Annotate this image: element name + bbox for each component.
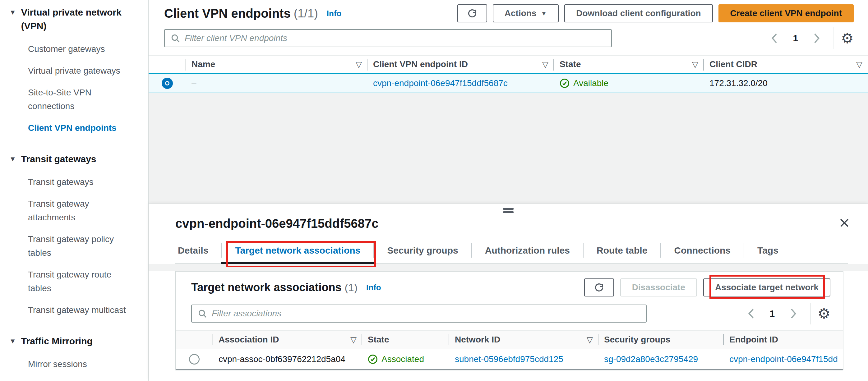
divider bbox=[810, 303, 811, 324]
sidebar-section-title: Transit gateways bbox=[21, 152, 130, 166]
refresh-associations-button[interactable] bbox=[584, 279, 614, 296]
triangle-down-icon: ▼ bbox=[9, 6, 16, 19]
sidebar-item-mirror-sessions[interactable]: Mirror sessions bbox=[28, 357, 131, 371]
sidebar-item-transit-gateway-attachments[interactable]: Transit gateway attachments bbox=[28, 197, 131, 224]
tab-target-network-associations[interactable]: Target network associations bbox=[222, 238, 373, 263]
tabs-band bbox=[149, 264, 868, 271]
network-id-link[interactable]: subnet-0596ebfd975cdd125 bbox=[455, 354, 563, 364]
cell-state: Available bbox=[554, 78, 704, 88]
sort-icon[interactable]: ▽ bbox=[856, 60, 862, 69]
association-table-row[interactable]: cvpn-assoc-0bf639762212d5a04 Associated … bbox=[176, 349, 843, 370]
refresh-icon bbox=[467, 8, 477, 19]
chevron-right-icon bbox=[812, 32, 822, 44]
refresh-button[interactable] bbox=[457, 4, 487, 22]
sort-icon[interactable]: ▽ bbox=[542, 60, 549, 69]
tab-security-groups[interactable]: Security groups bbox=[374, 238, 471, 263]
sort-icon[interactable]: ▽ bbox=[692, 60, 698, 69]
sidebar-section-transit-gateways: ▼ Transit gateways Transit gateways Tran… bbox=[9, 152, 137, 317]
header-cell-client-cidr[interactable]: Client CIDR ▽ bbox=[704, 56, 868, 73]
sidebar-item-virtual-private-gateways[interactable]: Virtual private gateways bbox=[28, 64, 131, 78]
triangle-down-icon: ▼ bbox=[9, 335, 16, 348]
caret-down-icon: ▼ bbox=[540, 10, 547, 17]
sort-icon[interactable]: ▽ bbox=[587, 335, 593, 345]
next-page-button[interactable] bbox=[807, 28, 827, 48]
page-number[interactable]: 1 bbox=[764, 308, 781, 319]
prev-page-button[interactable] bbox=[765, 28, 784, 48]
sidebar-section-title: Virtual private network (VPN) bbox=[21, 6, 130, 33]
sidebar-item-transit-gateway-route-tables[interactable]: Transit gateway route tables bbox=[28, 268, 131, 295]
empty-background bbox=[149, 93, 868, 203]
header-cell-state[interactable]: State ▽ bbox=[554, 56, 704, 73]
header-cell-state[interactable]: State bbox=[362, 331, 449, 349]
header-cell-network-id[interactable]: Network ID ▽ bbox=[449, 331, 598, 349]
tab-details[interactable]: Details bbox=[175, 238, 221, 263]
associate-target-network-button[interactable]: Associate target network bbox=[703, 279, 830, 296]
header-cell-select bbox=[149, 56, 186, 73]
check-circle-icon bbox=[560, 78, 569, 88]
associations-filter-input[interactable] bbox=[212, 309, 641, 319]
endpoint-detail-panel: cvpn-endpoint-06e947f15ddf5687c Details … bbox=[149, 203, 868, 381]
endpoint-id-link[interactable]: cvpn-endpoint-06e947f15dd bbox=[730, 354, 838, 364]
actions-button[interactable]: Actions ▼ bbox=[493, 4, 559, 22]
next-page-button[interactable] bbox=[783, 304, 803, 323]
sidebar-section-transit-header[interactable]: ▼ Transit gateways bbox=[9, 152, 137, 166]
sidebar-item-customer-gateways[interactable]: Customer gateways bbox=[28, 42, 131, 56]
sort-icon[interactable]: ▽ bbox=[355, 60, 362, 69]
sort-icon[interactable]: ▽ bbox=[350, 335, 356, 345]
create-client-vpn-endpoint-button[interactable]: Create client VPN endpoint bbox=[718, 4, 854, 22]
prev-page-button[interactable] bbox=[741, 304, 761, 323]
cell-association-id: cvpn-assoc-0bf639762212d5a04 bbox=[213, 354, 362, 364]
endpoints-table: Name ▽ Client VPN endpoint ID ▽ State ▽ … bbox=[149, 55, 868, 93]
card-title-count: (1) bbox=[344, 282, 358, 294]
target-network-associations-card: Target network associations (1) Info Dis… bbox=[175, 271, 843, 371]
endpoints-filter bbox=[164, 29, 612, 47]
header-cell-select bbox=[176, 331, 213, 349]
panel-title: cvpn-endpoint-06e947f15ddf5687c bbox=[175, 217, 379, 231]
info-link[interactable]: Info bbox=[327, 9, 342, 18]
endpoint-id-link[interactable]: cvpn-endpoint-06e947f15ddf5687c bbox=[373, 78, 508, 88]
sidebar-item-transit-gateway-multicast[interactable]: Transit gateway multicast bbox=[28, 303, 131, 317]
row-radio-unselected[interactable] bbox=[189, 354, 199, 364]
close-panel-button[interactable] bbox=[838, 217, 850, 229]
row-radio-selected[interactable] bbox=[162, 78, 173, 89]
settings-gear-icon[interactable]: ⚙ bbox=[841, 31, 854, 45]
endpoints-filter-input[interactable] bbox=[185, 33, 606, 43]
header-cell-security-groups[interactable]: Security groups bbox=[598, 331, 724, 349]
page-title-count: (1/1) bbox=[294, 7, 318, 20]
disassociate-button[interactable]: Disassociate bbox=[620, 279, 697, 296]
sidebar-nav: ▼ Virtual private network (VPN) Customer… bbox=[0, 0, 149, 381]
create-label: Create client VPN endpoint bbox=[730, 8, 842, 18]
header-cell-name[interactable]: Name ▽ bbox=[186, 56, 368, 73]
page-number[interactable]: 1 bbox=[787, 33, 804, 43]
header-cell-association-id[interactable]: Association ID ▽ bbox=[213, 331, 362, 349]
security-group-link[interactable]: sg-09d2a80e3c2795429 bbox=[604, 354, 698, 364]
search-icon bbox=[197, 309, 207, 319]
info-link[interactable]: Info bbox=[366, 283, 381, 292]
associations-table-header: Association ID ▽ State Network ID ▽ Secu… bbox=[176, 330, 843, 349]
sidebar-item-mirror-targets[interactable]: Mirror targets bbox=[28, 379, 131, 381]
tab-tags[interactable]: Tags bbox=[744, 238, 792, 263]
vpc-console-page: ▼ Virtual private network (VPN) Customer… bbox=[0, 0, 868, 381]
sidebar-item-client-vpn-endpoints[interactable]: Client VPN endpoints bbox=[28, 121, 131, 135]
close-icon bbox=[838, 217, 850, 229]
panel-resize-handle[interactable] bbox=[503, 208, 514, 213]
chevron-left-icon bbox=[746, 308, 756, 319]
sidebar-item-transit-gateways[interactable]: Transit gateways bbox=[28, 175, 131, 189]
divider bbox=[834, 27, 834, 49]
sidebar-section-vpn-header[interactable]: ▼ Virtual private network (VPN) bbox=[9, 6, 137, 33]
download-client-configuration-button[interactable]: Download client configuration bbox=[564, 4, 713, 22]
sidebar-item-transit-gateway-policy-tables[interactable]: Transit gateway policy tables bbox=[28, 232, 131, 260]
sidebar-item-site-to-site-vpn[interactable]: Site-to-Site VPN connections bbox=[28, 86, 131, 113]
tab-connections[interactable]: Connections bbox=[661, 238, 744, 263]
tab-route-table[interactable]: Route table bbox=[584, 238, 660, 263]
header-cell-endpoint-id[interactable]: Client VPN endpoint ID ▽ bbox=[368, 56, 554, 73]
sidebar-section-traffic-header[interactable]: ▼ Traffic Mirroring bbox=[9, 335, 137, 348]
endpoint-table-row[interactable]: – cvpn-endpoint-06e947f15ddf5687c Availa… bbox=[149, 73, 868, 93]
associations-filter bbox=[191, 305, 647, 323]
endpoints-header: Client VPN endpoints (1/1) Info Actions … bbox=[149, 0, 868, 55]
header-cell-endpoint-id[interactable]: Endpoint ID bbox=[724, 331, 843, 349]
settings-gear-icon[interactable]: ⚙ bbox=[818, 307, 830, 321]
tab-authorization-rules[interactable]: Authorization rules bbox=[472, 238, 583, 263]
sidebar-section-vpn: ▼ Virtual private network (VPN) Customer… bbox=[9, 6, 137, 135]
search-icon bbox=[170, 33, 180, 43]
